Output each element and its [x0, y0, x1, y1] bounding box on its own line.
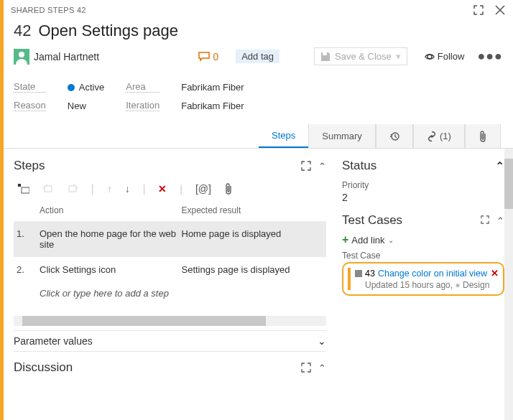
- move-up-icon: ↑: [107, 183, 112, 195]
- remove-link-icon[interactable]: ✕: [491, 268, 499, 279]
- state-field[interactable]: Active: [68, 82, 104, 93]
- tab-summary[interactable]: Summary: [308, 124, 376, 148]
- discussion-title: Discussion: [14, 360, 73, 375]
- test-case-type-icon: [355, 270, 362, 277]
- follow-button[interactable]: Follow: [425, 51, 465, 62]
- more-actions-icon[interactable]: ●●●: [477, 49, 503, 64]
- svg-point-2: [428, 55, 432, 59]
- attach-icon[interactable]: [224, 183, 233, 195]
- assignee-name: Jamal Hartnett: [34, 51, 99, 62]
- chevron-down-icon[interactable]: ⌄: [318, 335, 326, 347]
- state-label: State: [14, 81, 46, 93]
- test-case-card[interactable]: 43 Change color on initial view ✕ Update…: [342, 262, 504, 296]
- test-case-label: Test Case: [342, 251, 504, 261]
- test-case-updated: Updated 15 hours ago,: [365, 280, 453, 290]
- move-down-icon[interactable]: ↓: [125, 183, 130, 195]
- insert-param-icon[interactable]: [@]: [195, 183, 211, 195]
- expand-icon[interactable]: [301, 363, 311, 373]
- svg-rect-5: [45, 186, 52, 192]
- collapse-icon[interactable]: ⌃: [496, 215, 504, 226]
- reason-label: Reason: [14, 100, 46, 111]
- col-expected: Expected result: [182, 205, 324, 215]
- status-title: Status: [342, 159, 376, 173]
- tab-attachments[interactable]: [465, 124, 501, 148]
- fullscreen-icon[interactable]: [473, 4, 484, 16]
- parameter-values-title: Parameter values: [14, 335, 93, 347]
- work-item-title[interactable]: Open Settings page: [38, 22, 177, 40]
- save-close-button: Save & Close ▾: [314, 47, 407, 65]
- steps-section-title: Steps: [14, 159, 45, 173]
- vertical-scrollbar[interactable]: [504, 149, 513, 420]
- work-item-category: SHARED STEPS: [11, 6, 75, 14]
- add-link-button[interactable]: + Add link ⌄: [342, 233, 504, 246]
- work-item-id-small: 42: [77, 6, 86, 14]
- discussion-count[interactable]: 0: [198, 51, 218, 62]
- reason-field[interactable]: New: [68, 101, 104, 111]
- priority-value[interactable]: 2: [342, 192, 504, 203]
- state-dot-icon: [68, 84, 75, 91]
- assignee-field[interactable]: Jamal Hartnett: [14, 49, 99, 65]
- add-tag-button[interactable]: Add tag: [236, 50, 279, 63]
- test-case-id: 43: [365, 269, 375, 279]
- insert-step-icon[interactable]: [18, 184, 29, 194]
- avatar: [14, 49, 29, 65]
- tab-steps[interactable]: Steps: [259, 124, 308, 148]
- collapse-icon[interactable]: ⌃: [318, 363, 326, 373]
- svg-point-1: [19, 52, 24, 57]
- expand-icon[interactable]: [301, 161, 311, 172]
- area-label: Area: [126, 81, 160, 93]
- svg-rect-6: [69, 186, 76, 192]
- close-icon[interactable]: [494, 4, 506, 16]
- iteration-field[interactable]: Fabrikam Fiber: [181, 101, 503, 111]
- plus-icon: +: [342, 233, 348, 246]
- test-cases-title: Test Cases: [342, 213, 402, 228]
- work-item-id: 42: [14, 22, 31, 40]
- horizontal-scrollbar[interactable]: [14, 316, 326, 326]
- collapse-icon[interactable]: ⌃: [495, 159, 504, 173]
- test-case-link[interactable]: Change color on initial view: [378, 269, 487, 279]
- insert-shared-icon: [42, 184, 54, 194]
- priority-label: Priority: [342, 180, 504, 190]
- iteration-label: Iteration: [126, 100, 160, 111]
- collapse-icon[interactable]: ⌃: [318, 161, 326, 172]
- svg-rect-4: [22, 187, 29, 193]
- step-row[interactable]: 2. Click Settings icon Settings page is …: [14, 257, 326, 282]
- add-step-placeholder[interactable]: Click or type here to add a step: [14, 282, 326, 304]
- area-field[interactable]: Fabrikam Fiber: [181, 82, 503, 93]
- delete-step-icon[interactable]: ✕: [158, 183, 167, 195]
- test-case-state: Design: [463, 280, 489, 290]
- tab-links[interactable]: (1): [413, 124, 465, 148]
- col-action: Action: [40, 205, 182, 215]
- tab-history[interactable]: [376, 124, 413, 148]
- expand-icon[interactable]: [481, 215, 489, 226]
- create-shared-icon: [67, 184, 78, 194]
- step-row[interactable]: 1. Open the home page for the web site H…: [14, 221, 326, 257]
